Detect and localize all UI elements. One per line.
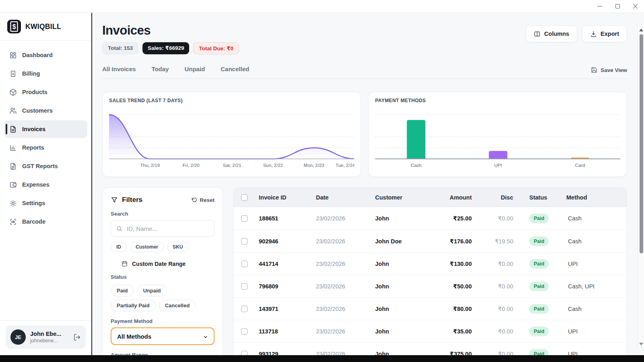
sidebar-item-expenses[interactable]: Expenses bbox=[4, 176, 87, 193]
sidebar-item-label: Billing bbox=[22, 70, 40, 77]
row-checkbox[interactable] bbox=[241, 283, 248, 290]
column-header-disc[interactable]: Disc bbox=[476, 194, 517, 201]
amount-cell: ₹176.00 bbox=[443, 238, 476, 245]
minimize-button[interactable] bbox=[591, 0, 609, 12]
sidebar-item-billing[interactable]: $Billing bbox=[4, 65, 87, 82]
scrollbar-thumb[interactable] bbox=[640, 34, 643, 253]
sidebar-item-gst-reports[interactable]: GST Reports bbox=[4, 157, 87, 175]
chevron-down-icon bbox=[203, 334, 208, 339]
method-cell: Cash bbox=[566, 215, 627, 222]
status-badge: Paid bbox=[529, 349, 549, 356]
row-checkbox[interactable] bbox=[241, 238, 248, 245]
amount-cell: ₹50.00 bbox=[443, 283, 476, 290]
charts-row: SALES TREND (LAST 7 DAYS) Thu, 2/19Fri, … bbox=[102, 92, 627, 177]
disc-cell: ₹0.00 bbox=[476, 328, 517, 335]
columns-button[interactable]: Columns bbox=[526, 25, 577, 42]
table-row[interactable]: 14397123/02/2026John₹80.00₹0.00PaidCash bbox=[233, 297, 627, 320]
table-row[interactable]: 79680923/02/2026John₹50.00₹0.00PaidCash,… bbox=[233, 275, 627, 297]
tab-unpaid[interactable]: Unpaid bbox=[184, 62, 205, 78]
sidebar-item-settings[interactable]: Settings bbox=[4, 194, 87, 212]
reset-filters-button[interactable]: Reset bbox=[192, 197, 215, 203]
column-header-amount[interactable]: Amount bbox=[443, 194, 476, 201]
table-row[interactable]: 18865123/02/2026John₹25.00₹0.00PaidCash bbox=[233, 207, 627, 230]
table-row[interactable]: 90294623/02/2026John Doe₹176.00₹19.50Pai… bbox=[233, 230, 627, 252]
row-checkbox[interactable] bbox=[241, 261, 248, 267]
row-checkbox[interactable] bbox=[241, 215, 248, 222]
sidebar-item-customers[interactable]: Customers bbox=[4, 102, 87, 119]
sales-badge: Sales: ₹66929 bbox=[142, 42, 189, 54]
close-icon bbox=[633, 4, 638, 9]
invoices-table: Invoice IDDateCustomerAmountDiscStatusMe… bbox=[233, 187, 627, 355]
user-card[interactable]: JE John Ebe... johnebene... bbox=[6, 325, 86, 349]
sidebar-item-reports[interactable]: Reports bbox=[4, 139, 87, 156]
payment-method-select[interactable]: All Methods bbox=[111, 327, 215, 345]
tab-all-invoices[interactable]: All Invoices bbox=[102, 62, 136, 78]
column-header-customer[interactable]: Customer bbox=[368, 194, 443, 201]
app-window: $ KWIQBILL Dashboard$BillingProductsCust… bbox=[0, 0, 644, 362]
svg-text:Mon, 2/23: Mon, 2/23 bbox=[304, 163, 324, 168]
sidebar: $ KWIQBILL Dashboard$BillingProductsCust… bbox=[0, 13, 92, 355]
download-icon bbox=[590, 31, 597, 37]
amount-cell: ₹130.00 bbox=[443, 261, 476, 267]
export-button-label: Export bbox=[601, 31, 619, 37]
select-all-checkbox[interactable] bbox=[241, 194, 248, 201]
table-header-row: Invoice IDDateCustomerAmountDiscStatusMe… bbox=[233, 188, 627, 207]
svg-text:Sat, 2/21: Sat, 2/21 bbox=[223, 163, 241, 168]
sidebar-item-barcode[interactable]: Barcode bbox=[4, 213, 87, 230]
page-header: Invoices Total: 153 Sales: ₹66929 Total … bbox=[102, 23, 627, 54]
maximize-button[interactable] bbox=[609, 0, 626, 12]
close-button[interactable] bbox=[626, 0, 644, 12]
invoice-id-cell: 902946 bbox=[252, 238, 309, 245]
column-header-invoice-id[interactable]: Invoice ID bbox=[252, 194, 309, 201]
status-chip-partially-paid[interactable]: Partially Paid bbox=[111, 300, 156, 311]
svg-text:Card: Card bbox=[575, 163, 585, 168]
sidebar-item-products[interactable]: Products bbox=[4, 83, 87, 101]
payment-method-value: All Methods bbox=[117, 333, 151, 340]
status-chip-cancelled[interactable]: Cancelled bbox=[159, 300, 196, 311]
sidebar-item-dashboard[interactable]: Dashboard bbox=[4, 46, 87, 64]
scroll-up-arrow[interactable] bbox=[639, 29, 643, 31]
svg-text:Tue, 2/24: Tue, 2/24 bbox=[336, 163, 354, 168]
customer-cell: John bbox=[368, 328, 443, 335]
date-cell: 23/02/2026 bbox=[309, 306, 368, 312]
invoice-id-cell: 993129 bbox=[252, 351, 309, 356]
svg-text:Thu, 2/19: Thu, 2/19 bbox=[140, 163, 160, 168]
table-row[interactable]: 99312923/02/2026John₹375.00₹0.00PaidUPI bbox=[233, 342, 627, 355]
search-token-chips: IDCustomerSKU bbox=[111, 242, 215, 252]
row-checkbox[interactable] bbox=[241, 306, 248, 312]
save-view-label: Save View bbox=[601, 67, 627, 73]
status-badge: Paid bbox=[529, 304, 549, 314]
row-checkbox[interactable] bbox=[241, 351, 248, 356]
column-header-status[interactable]: Status bbox=[517, 194, 566, 201]
receipt-dollar-icon: $ bbox=[7, 20, 21, 33]
svg-text:Sun, 2/22: Sun, 2/22 bbox=[263, 163, 283, 168]
reset-icon bbox=[192, 197, 197, 203]
table-row[interactable]: 11371823/02/2026John₹35.00₹0.00PaidUPI bbox=[233, 320, 627, 342]
gst-reports-icon bbox=[9, 162, 17, 170]
table-row[interactable]: 44171423/02/2026John₹130.00₹0.00PaidUPI bbox=[233, 252, 627, 275]
products-icon bbox=[9, 88, 17, 96]
status-chips: PaidUnpaidPartially PaidCancelled bbox=[111, 285, 215, 311]
scroll-down-arrow[interactable] bbox=[639, 343, 643, 346]
status-chip-paid[interactable]: Paid bbox=[111, 285, 134, 296]
custom-date-range-button[interactable]: Custom Date Range bbox=[121, 260, 215, 267]
save-view-button[interactable]: Save View bbox=[591, 67, 627, 78]
tab-today[interactable]: Today bbox=[151, 62, 169, 78]
search-token-id[interactable]: ID bbox=[111, 242, 127, 252]
filters-header: Filters Reset bbox=[111, 196, 215, 204]
column-header-method[interactable]: Method bbox=[566, 194, 627, 201]
reset-label: Reset bbox=[200, 197, 215, 203]
search-token-customer[interactable]: Customer bbox=[130, 242, 164, 252]
search-token-sku[interactable]: SKU bbox=[167, 242, 188, 252]
logout-icon[interactable] bbox=[73, 333, 81, 341]
total-due-badge: Total Due: ₹0 bbox=[193, 42, 239, 54]
tab-cancelled[interactable]: Cancelled bbox=[221, 62, 249, 78]
sales-trend-chart: Thu, 2/19Fri, 2/20Sat, 2/21Sun, 2/22Mon,… bbox=[109, 106, 354, 174]
status-chip-unpaid[interactable]: Unpaid bbox=[137, 285, 167, 296]
sidebar-item-invoices[interactable]: Invoices bbox=[4, 120, 87, 138]
search-input[interactable] bbox=[127, 225, 209, 232]
export-button[interactable]: Export bbox=[582, 25, 627, 42]
row-checkbox[interactable] bbox=[241, 328, 248, 335]
filters-panel: Filters Reset Search IDCustomerSKU bbox=[102, 187, 223, 355]
column-header-date[interactable]: Date bbox=[309, 194, 368, 201]
